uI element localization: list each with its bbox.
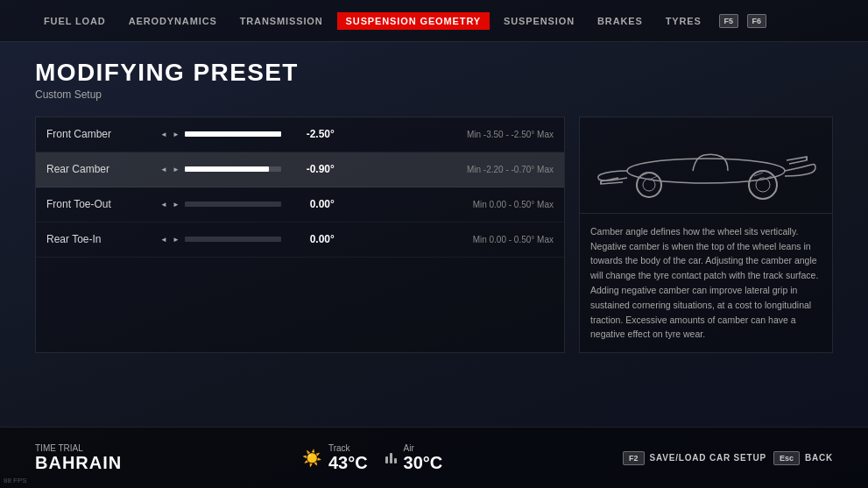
rear-camber-fill <box>185 166 269 172</box>
rear-camber-range: Min -2.20 - -0.70° Max <box>467 165 554 174</box>
f6-key: F6 <box>747 14 766 28</box>
content-row: Front Camber -2.50° Min -3.50 - -2.50° M… <box>35 117 833 353</box>
settings-panel: Front Camber -2.50° Min -3.50 - -2.50° M… <box>35 117 565 353</box>
front-camber-decrease[interactable] <box>160 131 167 138</box>
setting-name-rear-toe-in: Rear Toe-In <box>46 233 160 245</box>
nav-suspension-geometry[interactable]: Suspension Geometry <box>337 12 490 30</box>
setting-row-front-camber[interactable]: Front Camber -2.50° Min -3.50 - -2.50° M… <box>36 117 564 152</box>
car-diagram-svg <box>592 125 820 204</box>
wind-icon <box>385 453 397 463</box>
main-content: Modifying Preset Custom Setup Front Camb… <box>0 42 868 371</box>
setting-controls-front-toe-out: 0.00° <box>160 198 459 210</box>
track-temp-value: 43°C <box>328 453 368 473</box>
save-load-button[interactable]: F2 Save/Load Car Setup <box>623 451 766 465</box>
air-temp-label: Air <box>404 443 443 453</box>
front-camber-value: -2.50° <box>286 128 335 140</box>
front-toe-out-decrease[interactable] <box>160 201 167 209</box>
front-camber-slider[interactable] <box>185 131 281 137</box>
setting-row-rear-toe-in[interactable]: Rear Toe-In 0.00° Min 0.00 - 0.50° Max <box>36 223 564 258</box>
top-navigation: Fuel Load Aerodynamics Transmission Susp… <box>0 0 868 42</box>
svg-point-4 <box>643 179 655 191</box>
setting-controls-rear-camber: -0.90° <box>160 163 453 175</box>
page-subtitle: Custom Setup <box>35 88 833 101</box>
session-info: Time Trial Bahrain <box>35 443 122 473</box>
nav-suspension[interactable]: Suspension <box>495 12 583 30</box>
fps-counter: 88 FPS <box>4 477 27 484</box>
rear-toe-in-value: 0.00° <box>286 233 335 245</box>
setting-controls-front-camber: -2.50° <box>160 128 453 140</box>
bottom-actions: F2 Save/Load Car Setup Esc Back <box>623 451 833 465</box>
nav-brakes[interactable]: Brakes <box>589 12 652 30</box>
rear-camber-value: -0.90° <box>286 163 335 175</box>
track-temp-data: Track 43°C <box>328 443 368 473</box>
nav-aerodynamics[interactable]: Aerodynamics <box>120 12 226 30</box>
weather-air: Air 30°C <box>385 443 443 473</box>
air-temp-data: Air 30°C <box>404 443 443 473</box>
setting-row-front-toe-out[interactable]: Front Toe-Out 0.00° Min 0.00 - 0.50° Max <box>36 187 564 223</box>
air-temp-value: 30°C <box>404 453 443 473</box>
f2-key-badge: F2 <box>623 451 645 465</box>
weather-info: ☀️ Track 43°C Air 30°C <box>302 443 442 473</box>
rear-toe-in-slider[interactable] <box>185 237 281 242</box>
esc-key-badge: Esc <box>773 451 800 465</box>
setting-name-rear-camber: Rear Camber <box>46 163 160 175</box>
nav-transmission[interactable]: Transmission <box>231 12 332 30</box>
bottom-bar: Time Trial Bahrain ☀️ Track 43°C Air 30°… <box>0 427 868 488</box>
front-camber-fill <box>185 131 281 137</box>
nav-fuel-load[interactable]: Fuel Load <box>35 12 115 30</box>
back-label: Back <box>805 453 833 463</box>
weather-track: ☀️ Track 43°C <box>302 443 368 473</box>
rear-toe-in-decrease[interactable] <box>160 236 167 244</box>
setting-name-front-camber: Front Camber <box>46 128 160 140</box>
setting-row-rear-camber[interactable]: Rear Camber -0.90° Min -2.20 - -0.70° Ma… <box>36 152 564 187</box>
rear-camber-increase[interactable] <box>173 166 180 173</box>
front-camber-increase[interactable] <box>173 131 180 138</box>
setting-name-front-toe-out: Front Toe-Out <box>46 198 160 210</box>
front-toe-out-increase[interactable] <box>173 201 180 209</box>
setting-controls-rear-toe-in: 0.00° <box>160 233 459 245</box>
front-toe-out-slider[interactable] <box>185 202 281 207</box>
car-diagram <box>580 117 832 214</box>
info-panel: Camber angle defines how the wheel sits … <box>579 117 833 353</box>
rear-camber-decrease[interactable] <box>160 166 167 173</box>
save-load-label: Save/Load Car Setup <box>650 453 766 463</box>
front-camber-range: Min -3.50 - -2.50° Max <box>467 130 554 139</box>
rear-toe-in-increase[interactable] <box>173 236 180 244</box>
sun-icon: ☀️ <box>302 449 321 468</box>
front-toe-out-value: 0.00° <box>286 198 335 210</box>
rear-toe-in-range: Min 0.00 - 0.50° Max <box>473 235 554 244</box>
session-track: Bahrain <box>35 453 122 473</box>
page-title: Modifying Preset <box>35 60 833 87</box>
front-toe-out-range: Min 0.00 - 0.50° Max <box>473 200 554 209</box>
svg-point-5 <box>749 171 777 199</box>
rear-camber-slider[interactable] <box>185 166 281 172</box>
track-temp-label: Track <box>328 443 368 453</box>
nav-tyres[interactable]: Tyres <box>657 12 710 30</box>
session-type: Time Trial <box>35 443 122 453</box>
info-description: Camber angle defines how the wheel sits … <box>580 214 832 352</box>
f5-key: F5 <box>719 14 738 28</box>
back-button[interactable]: Esc Back <box>773 451 833 465</box>
svg-line-8 <box>649 176 658 180</box>
